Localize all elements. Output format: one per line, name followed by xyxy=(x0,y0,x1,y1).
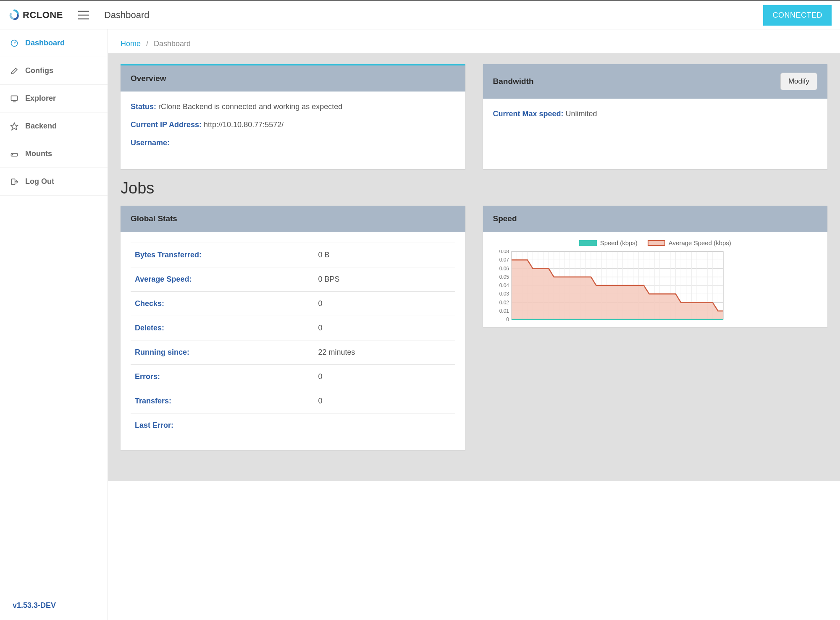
status-label: Status: xyxy=(131,102,156,111)
stats-label: Running since: xyxy=(135,348,318,357)
global-stats-title: Global Stats xyxy=(131,214,177,223)
rclone-logo-icon xyxy=(8,9,20,21)
global-stats-table: Bytes Transferred:0 BAverage Speed:0 BPS… xyxy=(131,243,455,437)
stats-label: Checks: xyxy=(135,299,318,308)
sidebar-item-backend[interactable]: Backend xyxy=(0,112,108,140)
svg-point-9 xyxy=(12,154,13,155)
sidebar-item-label: Mounts xyxy=(25,149,52,158)
stats-row: Errors:0 xyxy=(131,364,455,389)
logo-text: RCLONE xyxy=(23,10,63,21)
stats-value: 0 B xyxy=(318,251,329,259)
bandwidth-card: Bandwidth Modify Current Max speed: Unli… xyxy=(483,64,828,169)
stats-value: 0 xyxy=(318,372,322,381)
global-stats-header: Global Stats xyxy=(121,206,465,232)
bandwidth-speed-label: Current Max speed: xyxy=(493,110,564,118)
stats-value: 0 xyxy=(318,299,322,308)
sidebar-item-label: Backend xyxy=(25,122,57,131)
connected-button[interactable]: CONNECTED xyxy=(763,5,832,26)
speed-card: Speed Speed (kbps) Average Speed (kbps) xyxy=(483,206,828,327)
svg-text:0.08: 0.08 xyxy=(499,250,509,254)
sidebar-item-label: Dashboard xyxy=(25,39,65,47)
sidebar-item-configs[interactable]: Configs xyxy=(0,57,108,85)
breadcrumb: Home / Dashboard xyxy=(108,29,840,53)
hamburger-menu-icon[interactable] xyxy=(76,8,92,22)
overview-card: Overview Status: rClone Backend is conne… xyxy=(121,64,465,169)
svg-text:0.07: 0.07 xyxy=(499,257,509,263)
sidebar-item-logout[interactable]: Log Out xyxy=(0,168,108,196)
ip-value: http://10.10.80.77:5572/ xyxy=(204,120,284,129)
sidebar: Dashboard Configs Explorer xyxy=(0,29,108,620)
legend-speed-label: Speed (kbps) xyxy=(600,239,638,246)
svg-text:0.01: 0.01 xyxy=(499,308,509,314)
overview-status-row: Status: rClone Backend is connected and … xyxy=(131,102,455,111)
hard-drive-icon xyxy=(10,150,18,158)
stats-value: 0 xyxy=(318,324,322,332)
stats-row: Bytes Transferred:0 B xyxy=(131,243,455,267)
svg-text:0.05: 0.05 xyxy=(499,274,509,280)
stats-label: Deletes: xyxy=(135,324,318,332)
stats-row: Transfers:0 xyxy=(131,389,455,413)
svg-marker-7 xyxy=(11,123,18,130)
sidebar-item-label: Log Out xyxy=(25,177,54,186)
version-label: v1.53.3-DEV xyxy=(0,591,108,620)
svg-rect-10 xyxy=(11,179,15,184)
topbar: RCLONE Dashboard CONNECTED xyxy=(0,0,840,29)
stats-label: Errors: xyxy=(135,372,318,381)
modify-button[interactable]: Modify xyxy=(780,73,817,90)
legend-swatch-avg xyxy=(648,240,665,246)
legend-speed[interactable]: Speed (kbps) xyxy=(579,239,638,246)
breadcrumb-current: Dashboard xyxy=(154,39,191,48)
svg-text:0.02: 0.02 xyxy=(499,300,509,306)
svg-text:0.03: 0.03 xyxy=(499,291,509,297)
main-content: Home / Dashboard Overview Status: rClone… xyxy=(108,29,840,620)
breadcrumb-separator: / xyxy=(146,39,148,48)
stats-row: Checks:0 xyxy=(131,291,455,316)
sidebar-item-dashboard[interactable]: Dashboard xyxy=(0,29,108,57)
gauge-icon xyxy=(10,39,18,47)
chart-legend: Speed (kbps) Average Speed (kbps) xyxy=(491,239,820,246)
stats-value: 0 xyxy=(318,397,322,405)
stats-row: Running since:22 minutes xyxy=(131,340,455,364)
svg-text:0.06: 0.06 xyxy=(499,266,509,272)
svg-line-4 xyxy=(14,42,16,43)
speed-card-header: Speed xyxy=(483,206,828,232)
breadcrumb-home[interactable]: Home xyxy=(121,39,141,48)
speed-title: Speed xyxy=(493,214,517,223)
sidebar-item-label: Configs xyxy=(25,66,53,75)
jobs-section-title: Jobs xyxy=(121,179,827,197)
global-stats-card: Global Stats Bytes Transferred:0 BAverag… xyxy=(121,206,465,450)
svg-text:0.04: 0.04 xyxy=(499,283,509,288)
logo[interactable]: RCLONE xyxy=(8,9,63,21)
stats-label: Last Error: xyxy=(135,421,318,430)
stats-row: Deletes:0 xyxy=(131,316,455,340)
legend-avg-label: Average Speed (kbps) xyxy=(669,239,731,246)
page-title: Dashboard xyxy=(104,10,150,21)
svg-text:0: 0 xyxy=(506,317,509,321)
overview-title: Overview xyxy=(131,74,166,83)
overview-username-row: Username: xyxy=(131,139,455,147)
bandwidth-speed-value: Unlimited xyxy=(566,110,597,118)
svg-rect-5 xyxy=(11,96,18,100)
stats-label: Bytes Transferred: xyxy=(135,251,318,259)
overview-card-header: Overview xyxy=(121,65,465,92)
stats-label: Average Speed: xyxy=(135,275,318,284)
stats-value: 22 minutes xyxy=(318,348,355,357)
overview-ip-row: Current IP Address: http://10.10.80.77:5… xyxy=(131,120,455,129)
monitor-icon xyxy=(10,94,18,103)
legend-swatch-speed xyxy=(579,240,597,246)
stats-row: Last Error: xyxy=(131,413,455,437)
speed-chart: 00.010.020.030.040.050.060.070.08 xyxy=(491,250,726,321)
bandwidth-card-header: Bandwidth Modify xyxy=(483,64,828,99)
bandwidth-title: Bandwidth xyxy=(493,77,534,86)
ip-label: Current IP Address: xyxy=(131,120,202,129)
status-value: rClone Backend is connected and working … xyxy=(158,102,342,111)
username-label: Username: xyxy=(131,139,170,147)
stats-label: Transfers: xyxy=(135,397,318,405)
sidebar-item-mounts[interactable]: Mounts xyxy=(0,140,108,168)
stats-value: 0 BPS xyxy=(318,275,339,284)
bandwidth-speed-row: Current Max speed: Unlimited xyxy=(493,110,818,118)
stats-row: Average Speed:0 BPS xyxy=(131,267,455,291)
logout-icon xyxy=(10,178,18,186)
legend-avg[interactable]: Average Speed (kbps) xyxy=(648,239,731,246)
sidebar-item-explorer[interactable]: Explorer xyxy=(0,85,108,112)
